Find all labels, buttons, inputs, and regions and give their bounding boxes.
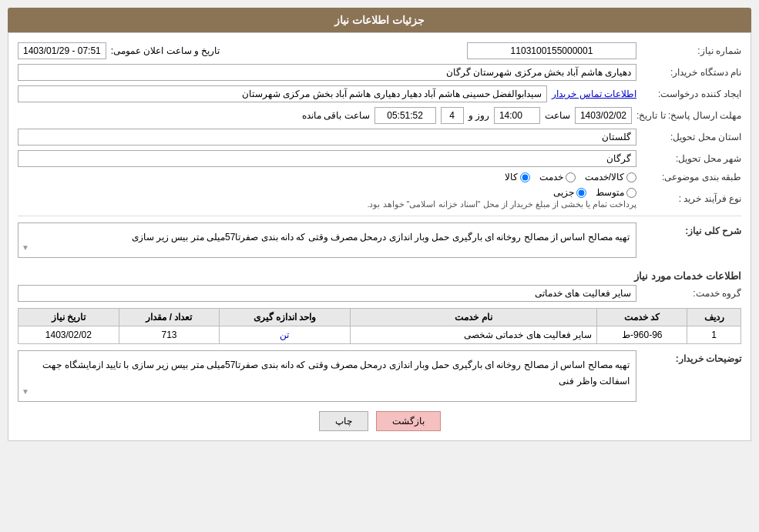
creator-link[interactable]: اطلاعات تماس خریدار	[552, 89, 636, 99]
cell-service-code: 960-96-ط	[597, 326, 687, 344]
need-desc-label: شرح کلی نیاز:	[641, 223, 741, 236]
category-kala-khedmat-label: کالا/خدمت	[585, 172, 624, 182]
purchase-type-row: نوع فرآیند خرید : متوسط جزیی پرداخت تمام…	[18, 187, 741, 209]
time-value: 14:00	[494, 107, 540, 124]
purchase-type-radio-group: متوسط جزیی پرداخت تمام یا بخشی از مبلغ خ…	[367, 187, 636, 209]
buyer-desc-value: تهیه مصالح اساس از مصالح روخانه ای بارگی…	[18, 350, 636, 402]
main-content: شماره نیاز: 1103100155000001 تاریخ و ساع…	[8, 32, 751, 441]
col-service-name: نام خدمت	[350, 309, 597, 326]
service-info-title: اطلاعات خدمات مورد نیاز	[18, 270, 741, 282]
need-number-value: 1103100155000001	[467, 42, 636, 59]
purchase-motavaset[interactable]: متوسط	[596, 187, 636, 198]
province-value: گلستان	[18, 129, 636, 146]
col-date: تاریخ نیاز	[18, 309, 119, 326]
buttons-row: بازگشت چاپ	[18, 411, 741, 431]
days-value: 4	[441, 107, 464, 124]
announce-date-label: تاریخ و ساعت اعلان عمومی:	[111, 45, 220, 56]
deadline-date-value: 1403/02/02	[575, 107, 632, 124]
need-desc-value: تهیه مصالح اساس از مصالح روخانه ای بارگی…	[18, 223, 636, 258]
col-row-num: ردیف	[687, 309, 741, 326]
category-khedmat[interactable]: خدمت	[539, 172, 576, 182]
cell-service-name: سایر فعالیت های خدماتی شخصی	[350, 326, 597, 344]
response-deadline-row: مهلت ارسال پاسخ: تا تاریخ: 1403/02/02 سا…	[18, 107, 741, 124]
creator-label: ایجاد کننده درخواست:	[641, 89, 741, 99]
purchase-motavaset-label: متوسط	[596, 187, 624, 198]
category-kala-khedmat[interactable]: کالا/خدمت	[585, 172, 636, 182]
cell-row-num: 1	[687, 326, 741, 344]
category-row: طبقه بندی موضوعی: کالا/خدمت خدمت کالا	[18, 172, 741, 182]
announce-date-value: 1403/01/29 - 07:51	[18, 42, 106, 59]
buyer-org-label: نام دستگاه خریدار:	[641, 67, 741, 78]
category-khedmat-label: خدمت	[539, 172, 563, 182]
province-row: استان محل تحویل: گلستان	[18, 129, 741, 146]
table-row: 1 960-96-ط سایر فعالیت های خدماتی شخصی ت…	[18, 326, 741, 344]
remaining-label: ساعت باقی مانده	[302, 110, 370, 121]
buyer-desc-row: توضیحات خریدار: تهیه مصالح اساس از مصالح…	[18, 350, 741, 402]
page-container: جزئیات اطلاعات نیاز شماره نیاز: 11031001…	[0, 0, 759, 532]
creator-value: سیدابوالفضل حسینی هاشم آباد دهیار دهیاری…	[18, 85, 547, 102]
buyer-desc-label: توضیحات خریدار:	[641, 350, 741, 364]
page-header: جزئیات اطلاعات نیاز	[8, 8, 751, 32]
page-title: جزئیات اطلاعات نیاز	[334, 14, 425, 26]
buyer-org-row: نام دستگاه خریدار: دهیاری هاشم آباد بخش …	[18, 64, 741, 81]
response-deadline-label: مهلت ارسال پاسخ: تا تاریخ:	[636, 110, 741, 121]
service-group-value: سایر فعالیت های خدماتی	[18, 285, 636, 302]
city-value: گرگان	[18, 150, 636, 167]
purchase-note: پرداخت تمام یا بخشی از مبلغ خریدار از مح…	[367, 199, 636, 209]
purchase-jozi[interactable]: جزیی	[553, 187, 586, 198]
need-number-label: شماره نیاز:	[641, 45, 741, 56]
cell-quantity: 713	[119, 326, 220, 344]
col-unit: واحد اندازه گیری	[220, 309, 350, 326]
category-label: طبقه بندی موضوعی:	[641, 172, 741, 182]
city-label: شهر محل تحویل:	[641, 153, 741, 164]
service-table-container: ردیف کد خدمت نام خدمت واحد اندازه گیری ت…	[18, 308, 741, 344]
print-button[interactable]: چاپ	[319, 411, 368, 431]
remaining-value: 05:51:52	[374, 107, 436, 124]
province-label: استان محل تحویل:	[641, 132, 741, 142]
creator-row: ایجاد کننده درخواست: اطلاعات تماس خریدار…	[18, 85, 741, 102]
cell-unit: تن	[220, 326, 350, 344]
col-service-code: کد خدمت	[597, 309, 687, 326]
days-label: روز و	[468, 110, 489, 121]
category-kala[interactable]: کالا	[505, 172, 530, 182]
service-group-row: گروه خدمت: سایر فعالیت های خدماتی	[18, 285, 741, 302]
category-radio-group: کالا/خدمت خدمت کالا	[505, 172, 636, 182]
col-quantity: تعداد / مقدار	[119, 309, 220, 326]
purchase-type-label: نوع فرآیند خرید :	[641, 193, 741, 204]
category-kala-label: کالا	[505, 172, 518, 182]
cell-date: 1403/02/02	[18, 326, 119, 344]
service-table: ردیف کد خدمت نام خدمت واحد اندازه گیری ت…	[18, 308, 741, 344]
need-desc-row: شرح کلی نیاز: تهیه مصالح اساس از مصالح ر…	[18, 223, 741, 264]
time-label: ساعت	[545, 110, 570, 121]
need-number-row: شماره نیاز: 1103100155000001 تاریخ و ساع…	[18, 42, 741, 59]
purchase-jozi-label: جزیی	[553, 187, 574, 198]
service-group-label: گروه خدمت:	[641, 288, 741, 299]
buyer-org-value: دهیاری هاشم آباد بخش مرکزی شهرستان گرگان	[18, 64, 636, 81]
city-row: شهر محل تحویل: گرگان	[18, 150, 741, 167]
back-button[interactable]: بازگشت	[376, 411, 441, 431]
